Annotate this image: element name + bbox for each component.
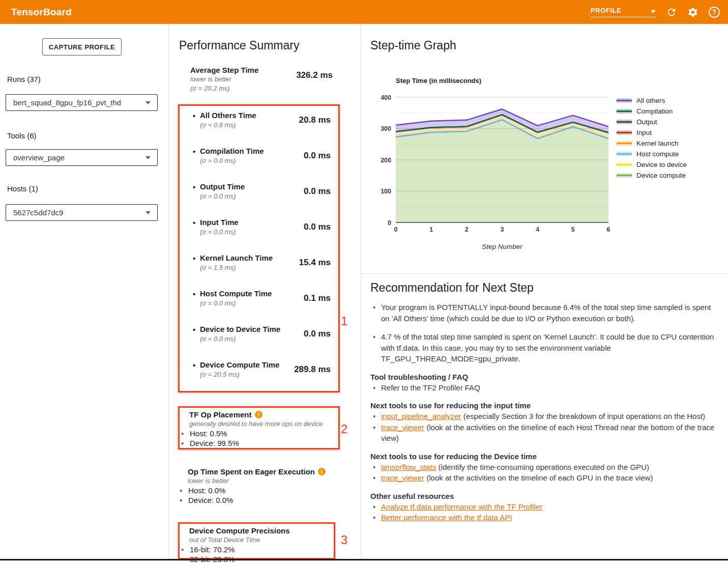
info-icon[interactable]: i <box>318 468 326 475</box>
eager-execution-block: Op Time Spent on Eager Execution i lower… <box>178 465 352 505</box>
recommendation-list: tensorflow_stats (identify the time-cons… <box>370 462 721 484</box>
recommendation-list: Refer to the TF2 Profiler FAQ <box>370 382 721 393</box>
eager-execution-note: lower is better <box>180 477 347 485</box>
chevron-down-icon <box>145 211 151 214</box>
tool-link[interactable]: Analyze tf.data performance with the TF … <box>381 502 542 511</box>
chevron-down-icon <box>651 10 656 13</box>
legend-item: All others <box>617 95 687 106</box>
svg-text:4: 4 <box>536 226 539 233</box>
settings-icon[interactable] <box>687 7 698 18</box>
metric-row: •All Others Time(σ = 0.6 ms)20.8 ms <box>180 111 338 147</box>
step-time-chart: 01002003004000123456 <box>376 93 616 245</box>
app-header: TensorBoard PROFILE ? <box>0 0 728 24</box>
metric-row: •Input Time(σ = 0.0 ms)0.0 ms <box>180 218 338 254</box>
metric-value: 0.1 ms <box>304 293 338 325</box>
tool-link[interactable]: tensorflow_stats <box>381 463 436 471</box>
annotation-number-2: 2 <box>341 422 347 436</box>
bullet: • <box>193 289 200 325</box>
recommendation-bullet: Your program is POTENTIALLY input-bound … <box>370 302 721 324</box>
tf-op-placement-note: generally desired to have more ops on de… <box>181 420 334 428</box>
list-item: Host: 0.5% <box>181 429 334 439</box>
runs-select-value: bert_squad_8gpu_fp16_pvt_thd <box>13 98 121 107</box>
legend-label: Input <box>636 129 652 136</box>
legend-label: Kernel launch <box>636 139 679 147</box>
metric-value: 15.4 ms <box>299 258 338 289</box>
svg-text:0: 0 <box>388 219 391 227</box>
legend-item: Kernel launch <box>617 138 687 149</box>
svg-text:5: 5 <box>571 226 575 233</box>
right-panel: Step-time Graph Step Time (in millisecon… <box>361 24 728 563</box>
metric-sigma: (σ = 0.0 ms) <box>200 299 272 307</box>
recommendation-item: Analyze tf.data performance with the TF … <box>370 501 721 513</box>
metric-row: •Kernel Launch Time(σ = 1.5 ms)15.4 ms <box>180 254 338 289</box>
tool-link[interactable]: input_pipeline_analyzer <box>381 412 461 420</box>
bullet: • <box>193 254 200 289</box>
metric-sigma: (σ = 0.0 ms) <box>200 192 245 201</box>
metric-row: •Device to Device Time(σ = 0.0 ms)0.0 ms <box>180 325 338 360</box>
recommendation-item: Better performance with the tf.data API <box>370 512 721 523</box>
panel-divider <box>361 273 728 274</box>
tool-link[interactable]: trace_viewer <box>381 473 424 482</box>
recommendation-item: input_pipeline_analyzer (especially Sect… <box>370 411 721 422</box>
metric-label: Input Time <box>200 218 239 227</box>
average-step-time-value: 326.2 ms <box>296 70 333 93</box>
help-question-glyph: ? <box>709 7 720 18</box>
legend-label: Device compute <box>636 172 686 179</box>
svg-text:6: 6 <box>607 226 610 233</box>
metric-value: 289.8 ms <box>294 364 338 396</box>
chart-title: Step Time (in milliseconds) <box>396 77 481 85</box>
metric-row: •Device Compute Time(σ = 20.5 ms)289.8 m… <box>180 360 338 396</box>
step-time-graph-title: Step-time Graph <box>370 39 456 52</box>
list-item: Device: 0.0% <box>180 496 347 505</box>
recommendation-list: Analyze tf.data performance with the TF … <box>370 501 721 523</box>
recommendation-subheading: Other useful resources <box>370 492 721 500</box>
bullet: • <box>193 182 200 218</box>
list-item: Host: 0.0% <box>180 486 347 496</box>
bullet: • <box>193 325 200 360</box>
device-compute-precisions-title: Device Compute Precisions <box>189 526 290 535</box>
info-icon[interactable]: i <box>255 411 263 418</box>
dashboard-selector[interactable]: PROFILE <box>591 7 656 17</box>
annotation-box-3: Device Compute Precisions out of Total D… <box>178 522 335 559</box>
runs-select[interactable]: bert_squad_8gpu_fp16_pvt_thd <box>6 94 158 111</box>
legend-label: Output <box>636 118 657 126</box>
metric-label: Host Compute Time <box>200 289 272 298</box>
hosts-label: Hosts (1) <box>7 184 38 193</box>
svg-text:200: 200 <box>381 157 391 164</box>
refresh-icon[interactable] <box>666 7 677 18</box>
tool-link[interactable]: Better performance with the tf.data API <box>381 513 512 522</box>
recommendation-title: Recommendation for Next Step <box>370 281 721 295</box>
legend-swatch <box>617 130 632 135</box>
bottom-border <box>0 559 728 560</box>
legend-swatch <box>617 98 632 103</box>
help-icon[interactable]: ? <box>709 7 720 18</box>
legend-item: Input <box>617 127 687 138</box>
capture-profile-button[interactable]: CAPTURE PROFILE <box>42 38 122 55</box>
list-item: 16-bit: 70.2% <box>181 545 330 555</box>
legend-label: Compilation <box>636 107 673 115</box>
chart-x-axis-label: Step Number <box>396 243 608 250</box>
recommendation-item: trace_viewer (look at the activities on … <box>370 472 721 484</box>
average-step-time-sigma: (σ = 20.2 ms) <box>190 85 258 93</box>
eager-execution-title: Op Time Spent on Eager Execution <box>188 467 315 476</box>
bullet: • <box>193 360 200 396</box>
hosts-select-value: 5627c5dd7dc9 <box>13 208 63 217</box>
tf-op-placement-title: TF Op Placement <box>189 410 252 419</box>
hosts-select[interactable]: 5627c5dd7dc9 <box>6 204 158 221</box>
tool-link[interactable]: trace_viewer <box>381 423 424 432</box>
recommendation-bullet: 4.7 % of the total step time sampled is … <box>370 331 721 364</box>
legend-swatch <box>617 162 632 167</box>
legend-swatch <box>617 120 632 124</box>
annotation-number-1: 1 <box>341 314 347 328</box>
tools-select[interactable]: overview_page <box>6 149 158 166</box>
tools-label: Tools (6) <box>7 131 37 140</box>
legend-swatch <box>617 141 632 146</box>
eager-execution-list: Host: 0.0%Device: 0.0% <box>180 486 347 505</box>
annotation-box-1: •All Others Time(σ = 0.6 ms)20.8 ms•Comp… <box>178 104 340 392</box>
legend-item: Output <box>617 117 687 127</box>
bullet: • <box>193 111 200 147</box>
metric-value: 0.0 ms <box>304 186 338 218</box>
recommendation-list: input_pipeline_analyzer (especially Sect… <box>370 411 721 444</box>
legend-label: All others <box>636 97 665 104</box>
legend-label: Device to device <box>636 161 687 168</box>
